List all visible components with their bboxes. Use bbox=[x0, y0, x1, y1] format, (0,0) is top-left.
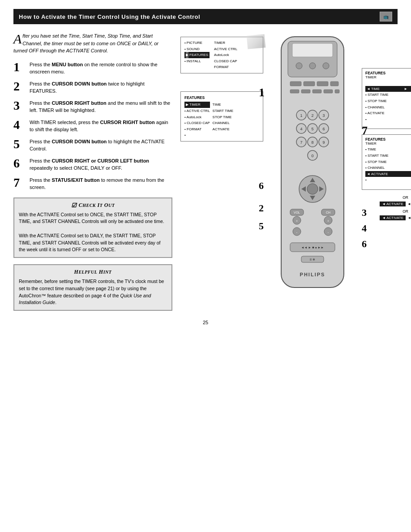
svg-rect-9 bbox=[330, 82, 338, 86]
svg-text:◄◄  ►  ■  ●  ►►: ◄◄ ► ■ ● ►► bbox=[301, 246, 324, 249]
remote-area: 1 2 3 4 5 6 7 bbox=[268, 32, 357, 294]
svg-rect-7 bbox=[304, 82, 315, 86]
svg-point-36 bbox=[307, 184, 318, 194]
activate-once-row: ◄ ACTIVATE ◄► ONCE bbox=[362, 202, 411, 206]
checkmark-icon: ☑ bbox=[71, 202, 77, 209]
activate-daily-label: ◄ ACTIVATE bbox=[380, 215, 406, 220]
step-number-1: 1 bbox=[13, 61, 26, 73]
svg-text:9: 9 bbox=[322, 140, 325, 145]
svg-point-3 bbox=[296, 63, 302, 69]
step-overlay-7: 7 bbox=[362, 124, 368, 137]
rmenu2-activate-selected: ◄ ACTIVATE► OFF bbox=[365, 171, 411, 177]
step-text-3: Press the CURSOR RIGHT button and the me… bbox=[30, 99, 172, 114]
menu-autolock: AutoLock bbox=[214, 52, 237, 58]
check-title-label: CHECK IT OUT bbox=[79, 202, 115, 209]
step-number-7: 7 bbox=[13, 176, 26, 189]
right-column: • PICTURE • SOUND ▶FEATURES • INSTALL TI… bbox=[180, 32, 411, 311]
tv-icon: 📺 bbox=[380, 12, 392, 21]
svg-text:3: 3 bbox=[322, 113, 325, 118]
step-overlay-3: 3 bbox=[362, 207, 367, 219]
remote-svg: 1 2 3 4 5 6 7 bbox=[268, 32, 357, 292]
feat-active-ctrl: • ACTIVE CTRL bbox=[184, 108, 210, 114]
rmenu1-start-time: • START TIME bbox=[365, 92, 411, 98]
menu-screenshot-2: FEATURES ▶TIMER • ACTIVE CTRL • AutoLock… bbox=[184, 94, 259, 138]
activate-daily-row: ◄ ACTIVATE ◄► DAILY bbox=[362, 215, 411, 220]
rmenu2-down-arrow: ▼ bbox=[365, 183, 411, 187]
svg-rect-14 bbox=[335, 90, 339, 93]
activate-once-arrows: ◄► bbox=[407, 202, 411, 206]
step-3: 3 Press the CURSOR RIGHT button and the … bbox=[13, 99, 172, 114]
step-text-4: With TIMER selected, press the CURSOR RI… bbox=[30, 119, 172, 133]
step-number-5: 5 bbox=[13, 138, 26, 150]
rmenu1-channel: • CHANNEL bbox=[365, 104, 411, 111]
step-number-2: 2 bbox=[13, 80, 26, 93]
or-label-2: OR bbox=[362, 209, 411, 214]
left-column: A fter you have set the Time, Start Time… bbox=[13, 32, 172, 311]
rmenu2-time: • TIME bbox=[365, 146, 411, 153]
step-6: 6 Press the CURSOR RIGHT or CURSOR LEFT … bbox=[13, 157, 172, 172]
menu-closed-cap: CLOSED CAP bbox=[214, 58, 237, 64]
menu-timer-label: TIMER bbox=[214, 40, 237, 46]
feat-stop-time: STOP TIME bbox=[213, 114, 234, 120]
svg-rect-13 bbox=[324, 90, 333, 93]
step-text-7: Press the STATUS/EXIT button to remove t… bbox=[30, 176, 172, 191]
intro-body: fter you have set the Time, Start Time, … bbox=[13, 33, 158, 53]
rmenu1-activate: • ACTIVATE bbox=[365, 110, 411, 116]
menu-item-install: • INSTALL bbox=[184, 58, 210, 64]
svg-rect-11 bbox=[301, 90, 310, 93]
step-text-6: Press the CURSOR RIGHT or CURSOR LEFT bu… bbox=[30, 157, 172, 172]
svg-text:1: 1 bbox=[300, 113, 302, 118]
page-number: 25 bbox=[13, 320, 398, 325]
svg-text:7: 7 bbox=[300, 140, 302, 145]
svg-point-5 bbox=[323, 63, 329, 69]
features-col2: TIME START TIME STOP TIME CHANNEL ACTIVA… bbox=[213, 102, 234, 138]
step-overlay-6: 6 bbox=[259, 180, 264, 192]
rmenu1-subtitle: TIMER bbox=[365, 75, 411, 79]
svg-rect-8 bbox=[317, 82, 328, 86]
intro-text: A fter you have set the Time, Start Time… bbox=[13, 32, 172, 55]
rmenu-1: FEATURES TIMER ▲ ◄ TIME►_ _._ • START TI… bbox=[362, 68, 411, 129]
menu-active-ctrl: ACTIVE CTRL bbox=[214, 46, 237, 52]
features-title-2: FEATURES bbox=[184, 94, 259, 101]
step-text-5: Press the CURSOR DOWN button to highligh… bbox=[30, 138, 172, 153]
step-number-3: 3 bbox=[13, 99, 26, 112]
timer-highlighted: ▶TIMER bbox=[184, 102, 210, 108]
menu-item-sound: • SOUND bbox=[184, 46, 210, 52]
check-it-out-box: ☑ CHECK IT OUT With the ACTIVATE Control… bbox=[13, 197, 172, 258]
step-text-2: Press the CURSOR DOWN button twice to hi… bbox=[30, 80, 172, 95]
right-menus: FEATURES TIMER ▲ ◄ TIME►_ _._ • START TI… bbox=[362, 68, 411, 220]
step-2: 2 Press the CURSOR DOWN button twice to … bbox=[13, 80, 172, 95]
check-it-out-body: With the ACTIVATE Control set to ONCE, t… bbox=[19, 211, 167, 254]
feat-closed-cap: • CLOSED CAP bbox=[184, 120, 210, 126]
rmenu1-down-arrow: ▼ bbox=[365, 122, 411, 126]
rmenu2-start-time: • START TIME bbox=[365, 153, 411, 159]
svg-text:2: 2 bbox=[311, 113, 313, 118]
page-title: How to Activate the Timer Control Using … bbox=[19, 13, 200, 20]
step-overlay-2: 2 bbox=[259, 202, 264, 214]
feat-bullet: • bbox=[184, 132, 210, 138]
svg-text:CH: CH bbox=[326, 211, 330, 214]
step-7: 7 Press the STATUS/EXIT button to remove… bbox=[13, 176, 172, 191]
rmenu2-bullet: • bbox=[365, 177, 411, 183]
svg-point-4 bbox=[309, 63, 316, 69]
rmenu1-title: FEATURES bbox=[365, 71, 411, 75]
step-overlay-1: 1 bbox=[259, 86, 265, 99]
rmenu-2: FEATURES TIMER • TIME • START TIME • STO… bbox=[362, 134, 411, 190]
helpful-hint-title: HELPFUL HINT bbox=[19, 269, 167, 275]
feat-time: TIME bbox=[213, 102, 234, 108]
rmenu1-time-selected: ◄ TIME►_ _._ bbox=[365, 86, 411, 92]
header-bar: How to Activate the Timer Control Using … bbox=[13, 9, 398, 24]
rmenu1-stop-time: • STOP TIME bbox=[365, 98, 411, 104]
step-number-4: 4 bbox=[13, 119, 26, 131]
menu-format: FORMAT bbox=[214, 64, 237, 70]
svg-text:+: + bbox=[327, 219, 329, 223]
steps-list: 1 Press the MENU button on the remote co… bbox=[13, 61, 172, 191]
feat-format: • FORMAT bbox=[184, 126, 210, 133]
rmenu2-stop-time: • STOP TIME bbox=[365, 159, 411, 165]
step-1: 1 Press the MENU button on the remote co… bbox=[13, 61, 172, 76]
rmenu2-channel: • CHANNEL bbox=[365, 165, 411, 171]
rmenu1-up-arrow: ▲ bbox=[365, 80, 411, 86]
helpful-hint-body: Remember, before setting the TIMER contr… bbox=[19, 278, 167, 306]
feat-autolock: • AutoLock bbox=[184, 114, 210, 120]
features-col1: ▶TIMER • ACTIVE CTRL • AutoLock • CLOSED… bbox=[184, 102, 210, 138]
